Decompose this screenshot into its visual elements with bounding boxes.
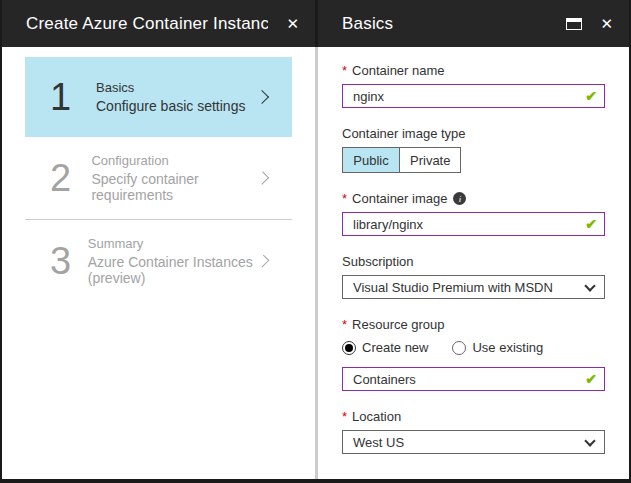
container-image-input[interactable]: [342, 212, 605, 236]
wizard-steps: 1 Basics Configure basic settings 2 Conf…: [2, 47, 315, 292]
wizard-blade-title: Create Azure Container Instance...: [26, 14, 268, 34]
maximize-icon[interactable]: [566, 18, 582, 30]
field-container-name: * Container name ✔: [342, 63, 605, 108]
image-type-toggle: Public Private: [342, 147, 461, 173]
subscription-label: Subscription: [342, 254, 414, 269]
step-subtitle: Configure basic settings: [96, 98, 245, 114]
required-asterisk: *: [342, 409, 347, 424]
step-divider: [25, 219, 292, 220]
container-name-input[interactable]: [342, 84, 605, 108]
radio-selected-icon: [342, 341, 356, 355]
required-asterisk: *: [342, 191, 347, 206]
portal-frame: Create Azure Container Instance... ✕ 1 B…: [0, 0, 631, 483]
step-subtitle: Azure Container Instances (preview): [88, 254, 259, 286]
field-container-image-type: Container image type Public Private: [342, 126, 605, 173]
container-image-type-label: Container image type: [342, 126, 466, 141]
step-number: 3: [50, 240, 76, 283]
radio-create-new[interactable]: Create new: [342, 340, 428, 355]
valid-check-icon: ✔: [585, 216, 597, 232]
step-number: 2: [50, 157, 79, 200]
basics-blade-header: Basics ✕: [318, 0, 629, 47]
field-location: * Location West US: [342, 409, 605, 454]
info-icon[interactable]: i: [453, 192, 466, 205]
field-resource-group: * Resource group Create new Use existing: [342, 317, 605, 391]
required-asterisk: *: [342, 317, 347, 332]
location-dropdown[interactable]: West US: [342, 430, 605, 454]
radio-unselected-icon: [452, 341, 466, 355]
step-summary[interactable]: 3 Summary Azure Container Instances (pre…: [25, 230, 292, 292]
location-label: Location: [352, 409, 401, 424]
wizard-blade-header: Create Azure Container Instance... ✕: [2, 0, 315, 47]
required-asterisk: *: [342, 63, 347, 78]
step-basics[interactable]: 1 Basics Configure basic settings: [25, 57, 292, 137]
field-subscription: Subscription Visual Studio Premium with …: [342, 254, 605, 299]
wizard-blade: Create Azure Container Instance... ✕ 1 B…: [2, 0, 315, 479]
toggle-public[interactable]: Public: [343, 148, 399, 172]
valid-check-icon: ✔: [585, 88, 597, 104]
chevron-down-icon: [584, 435, 595, 446]
close-icon[interactable]: ✕: [286, 15, 299, 33]
step-title: Summary: [88, 236, 259, 251]
basics-blade-title: Basics: [342, 14, 548, 34]
valid-check-icon: ✔: [585, 371, 597, 387]
container-name-label: Container name: [352, 63, 445, 78]
basics-form: * Container name ✔ Container image type …: [318, 47, 629, 483]
basics-blade: Basics ✕ * Container name ✔: [318, 0, 629, 479]
step-subtitle: Specify container requirements: [91, 171, 258, 203]
resource-group-label: Resource group: [352, 317, 445, 332]
subscription-dropdown[interactable]: Visual Studio Premium with MSDN: [342, 275, 605, 299]
radio-create-new-label: Create new: [362, 340, 428, 355]
radio-use-existing[interactable]: Use existing: [452, 340, 543, 355]
field-container-image: * Container image i ✔: [342, 191, 605, 236]
subscription-value: Visual Studio Premium with MSDN: [353, 280, 553, 295]
radio-use-existing-label: Use existing: [472, 340, 543, 355]
resource-group-input[interactable]: [342, 367, 605, 391]
step-configuration[interactable]: 2 Configuration Specify container requir…: [25, 147, 292, 209]
location-value: West US: [353, 435, 404, 450]
toggle-private[interactable]: Private: [399, 148, 460, 172]
chevron-down-icon: [584, 280, 595, 291]
container-image-label: Container image: [352, 191, 447, 206]
close-icon[interactable]: ✕: [600, 15, 613, 33]
step-number: 1: [50, 76, 84, 119]
chevron-right-icon: [255, 90, 269, 104]
resource-group-radios: Create new Use existing: [342, 340, 605, 355]
step-title: Configuration: [91, 153, 258, 168]
step-title: Basics: [96, 80, 245, 95]
